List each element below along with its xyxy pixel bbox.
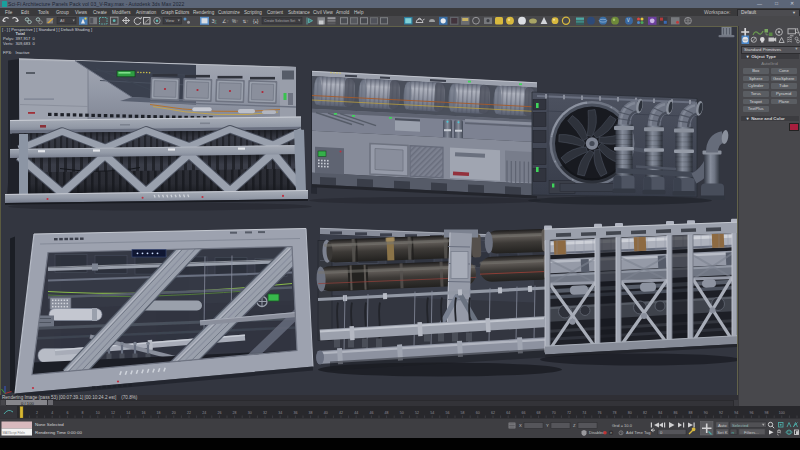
svg-text:Add Time Tag: Add Time Tag (626, 430, 650, 435)
svg-text:98: 98 (765, 411, 769, 415)
svg-text:30: 30 (248, 411, 252, 415)
svg-text:32: 32 (263, 411, 267, 415)
svg-text:✕: ✕ (609, 431, 612, 435)
svg-text:34: 34 (278, 411, 282, 415)
svg-text:50: 50 (400, 411, 404, 415)
svg-text:Set K: Set K (717, 430, 727, 435)
svg-text:28: 28 (233, 411, 237, 415)
svg-text:68: 68 (537, 411, 541, 415)
svg-text:14: 14 (126, 411, 130, 415)
svg-text:Filters...: Filters... (744, 430, 759, 435)
svg-text:All: All (60, 18, 65, 23)
svg-text:46: 46 (369, 411, 373, 415)
svg-text:8: 8 (82, 411, 84, 415)
svg-text:∠?: ∠? (222, 18, 228, 24)
svg-text:26: 26 (217, 411, 221, 415)
svg-text:Y: Y (546, 423, 549, 428)
svg-text:92: 92 (719, 411, 723, 415)
svg-text:86: 86 (673, 411, 677, 415)
svg-text:Grid = 10.0: Grid = 10.0 (612, 423, 633, 428)
svg-text:Z: Z (573, 423, 576, 428)
svg-text:Auto: Auto (718, 423, 727, 428)
svg-text:22: 22 (187, 411, 191, 415)
svg-text:78: 78 (613, 411, 617, 415)
svg-text:10: 10 (96, 411, 100, 415)
svg-text:48: 48 (385, 411, 389, 415)
svg-text:6: 6 (66, 411, 68, 415)
svg-text:18: 18 (157, 411, 161, 415)
svg-text:None Selected: None Selected (35, 422, 64, 427)
svg-text:62: 62 (491, 411, 495, 415)
svg-text:36: 36 (293, 411, 297, 415)
svg-text:20: 20 (172, 411, 176, 415)
svg-text:56: 56 (445, 411, 449, 415)
svg-text:%?: %? (232, 19, 238, 24)
svg-text:88: 88 (689, 411, 693, 415)
svg-text:Disabled: Disabled (589, 430, 605, 435)
svg-text:42: 42 (339, 411, 343, 415)
svg-text:2: 2 (36, 411, 38, 415)
svg-text:44: 44 (354, 411, 358, 415)
svg-text:72: 72 (567, 411, 571, 415)
svg-text:60: 60 (476, 411, 480, 415)
svg-text:52: 52 (415, 411, 419, 415)
svg-text:64: 64 (506, 411, 510, 415)
svg-text:90: 90 (704, 411, 708, 415)
svg-text:38: 38 (309, 411, 313, 415)
svg-text:82: 82 (643, 411, 647, 415)
svg-text:74: 74 (582, 411, 586, 415)
svg-text:Rendering Time 0:00:00: Rendering Time 0:00:00 (35, 430, 82, 435)
svg-text:70: 70 (552, 411, 556, 415)
svg-text:100: 100 (779, 411, 785, 415)
svg-text:⇅?: ⇅? (243, 19, 249, 24)
svg-text:16: 16 (141, 411, 145, 415)
svg-text:{●}: {●} (253, 18, 259, 24)
svg-text:84: 84 (658, 411, 662, 415)
svg-text:24: 24 (202, 411, 206, 415)
svg-text:Create Selection Set: Create Selection Set (264, 19, 295, 23)
svg-text:76: 76 (597, 411, 601, 415)
svg-text:View: View (166, 18, 175, 23)
svg-text:66: 66 (521, 411, 525, 415)
svg-text:54: 54 (430, 411, 434, 415)
svg-text:MAXScript FileIn: MAXScript FileIn (3, 431, 26, 435)
svg-text:58: 58 (461, 411, 465, 415)
svg-text:3∑: 3∑ (212, 18, 218, 24)
svg-text:96: 96 (749, 411, 753, 415)
svg-text:40: 40 (324, 411, 328, 415)
svg-text:V: V (627, 18, 630, 23)
svg-text:Selected: Selected (732, 423, 749, 428)
svg-text:80: 80 (628, 411, 632, 415)
svg-text:X: X (519, 423, 522, 428)
svg-text:12: 12 (111, 411, 115, 415)
svg-text:π: π (731, 430, 734, 435)
svg-text:94: 94 (734, 411, 738, 415)
svg-text:4: 4 (51, 411, 53, 415)
